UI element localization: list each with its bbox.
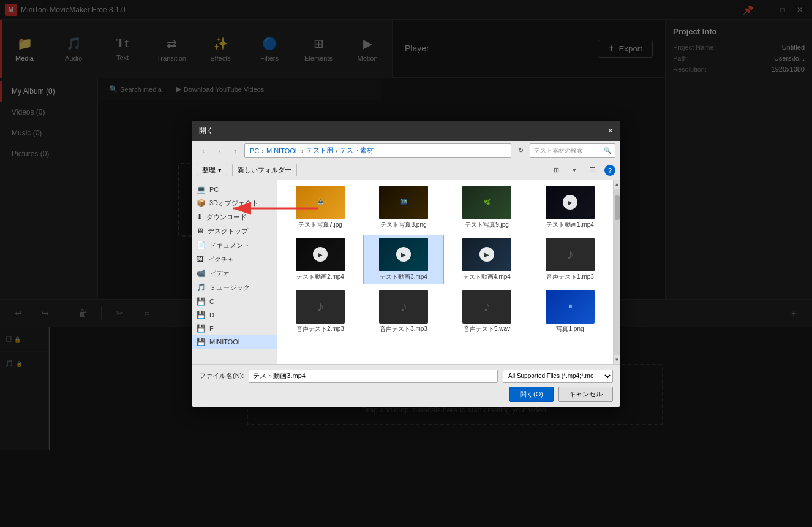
f-label: F — [209, 325, 214, 332]
sidebar-pc[interactable]: 💻 PC — [192, 183, 277, 196]
play-circle-1: ▶ — [563, 195, 577, 210]
filename-label: ファイル名(N): — [199, 371, 244, 381]
dialog-toolbar: 整理 ▾ 新しいフォルダー ⊞ ▾ ☰ ? — [192, 161, 620, 180]
dialog-close-button[interactable]: × — [608, 126, 613, 135]
file-item-audio5[interactable]: ♪ 音声テスト5.wav — [446, 287, 527, 336]
sidebar-f[interactable]: 💾 F — [192, 322, 277, 335]
view-toggle[interactable]: ▾ — [568, 164, 581, 177]
download-icon: ⬇ — [197, 213, 203, 221]
view-large-icon[interactable]: ⊞ — [549, 164, 563, 177]
file-item-video1[interactable]: ▶ テスト動画1.mp4 — [530, 183, 611, 232]
nav-refresh-button[interactable]: ↻ — [514, 144, 527, 157]
sidebar-music[interactable]: 🎵 ミュージック — [192, 281, 277, 295]
play-circle-4: ▶ — [479, 247, 494, 262]
file-item-photo8[interactable]: 🌃 テスト写真8.png — [363, 183, 444, 232]
breadcrumb-bar: PC › MINITOOL › テスト用 › テスト素材 — [244, 143, 511, 158]
file-item-photo7[interactable]: 🏯 テスト写真7.jpg — [280, 183, 361, 232]
nav-back-button[interactable]: ‹ — [197, 144, 210, 157]
help-button[interactable]: ? — [604, 165, 615, 176]
sidebar-d[interactable]: 💾 D — [192, 308, 277, 322]
file-name-video2: テスト動画2.mp4 — [296, 273, 344, 281]
play-overlay-3: ▶ — [379, 238, 428, 271]
sidebar-documents[interactable]: 📄 ドキュメント — [192, 238, 277, 252]
nav-up-button[interactable]: ↑ — [228, 144, 242, 157]
play-overlay-4: ▶ — [462, 238, 511, 271]
dialog-sidebar: 💻 PC 📦 3Dオブジェクト ⬇ ダウンロード 🖥 デスクトップ 📄 — [192, 180, 277, 364]
file-item-video4[interactable]: ▶ テスト動画4.mp4 — [446, 235, 527, 284]
d-drive-icon: 💾 — [197, 311, 206, 319]
dialog-scrollbar[interactable]: ▲ ▼ — [613, 180, 620, 364]
cancel-button[interactable]: キャンセル — [558, 387, 613, 402]
audio-icon-5: ♪ — [483, 298, 491, 315]
scroll-up-arrow[interactable]: ▲ — [614, 180, 620, 188]
video-label: ビデオ — [209, 269, 230, 278]
sidebar-video[interactable]: 📹 ビデオ — [192, 267, 277, 281]
file-name-audio3: 音声テスト3.mp3 — [380, 325, 427, 333]
play-circle-3: ▶ — [396, 247, 411, 262]
file-thumb-video3: ▶ — [379, 238, 428, 271]
music-label: ミュージック — [209, 283, 250, 292]
file-dialog: 開く × ‹ › ↑ PC › MINITOOL › テスト用 › テスト素材 … — [192, 121, 620, 407]
file-item-video3[interactable]: ▶ テスト動画3.mp4 — [363, 235, 444, 284]
minitool-icon: 💾 — [197, 338, 206, 346]
new-folder-button[interactable]: 新しいフォルダー — [232, 164, 297, 176]
file-item-video2[interactable]: ▶ テスト動画2.mp4 — [280, 235, 361, 284]
d-label: D — [209, 311, 214, 319]
sidebar-desktop[interactable]: 🖥 デスクトップ — [192, 224, 277, 238]
file-item-audio2[interactable]: ♪ 音声テスト2.mp3 — [280, 287, 361, 336]
sidebar-minitool[interactable]: 💾 MINITOOL — [192, 335, 277, 349]
scroll-down-arrow[interactable]: ▼ — [614, 356, 620, 364]
pc-icon: 💻 — [197, 185, 206, 194]
desktop-icon: 🖥 — [197, 227, 204, 235]
breadcrumb-pc[interactable]: PC — [250, 147, 259, 154]
file-name-video4: テスト動画4.mp4 — [463, 273, 511, 281]
c-label: C — [209, 298, 214, 305]
file-thumb-video4: ▶ — [462, 238, 511, 271]
file-item-photo9[interactable]: 🌿 テスト写真9.jpg — [446, 183, 527, 232]
file-item-audio3[interactable]: ♪ 音声テスト3.mp3 — [363, 287, 444, 336]
dialog-search-box[interactable]: テスト素材の検索 🔍 — [530, 143, 615, 158]
file-name-audio1: 音声テスト1.mp3 — [546, 273, 594, 281]
file-thumb-video1: ▶ — [546, 186, 595, 219]
filetype-select[interactable]: All Supported Files (*.mp4;*.mo — [503, 370, 613, 383]
filename-input[interactable] — [249, 370, 498, 383]
pictures-icon: 🖼 — [197, 255, 204, 264]
file-thumb-photo1: 🖥 — [546, 290, 595, 324]
play-overlay-1: ▶ — [546, 186, 595, 219]
open-button[interactable]: 開く(O) — [509, 387, 554, 402]
breadcrumb-minitool[interactable]: MINITOOL — [266, 147, 299, 154]
file-name-video3: テスト動画3.mp4 — [380, 273, 427, 281]
breadcrumb-tesuto[interactable]: テスト用 — [306, 146, 333, 155]
pc-label: PC — [209, 186, 219, 193]
file-thumb-audio1: ♪ — [546, 238, 595, 271]
file-name-photo8: テスト写真8.png — [380, 221, 426, 229]
file-thumb-audio5: ♪ — [462, 290, 511, 324]
sidebar-download[interactable]: ⬇ ダウンロード — [192, 210, 277, 224]
dialog-search-text: テスト素材の検索 — [534, 146, 583, 155]
audio-icon-1: ♪ — [566, 246, 574, 263]
sidebar-c[interactable]: 💾 C — [192, 295, 277, 308]
view-details[interactable]: ☰ — [586, 164, 600, 177]
f-drive-icon: 💾 — [197, 324, 206, 333]
nav-forward-button[interactable]: › — [212, 144, 226, 157]
3d-icon: 📦 — [197, 199, 206, 207]
file-item-photo1[interactable]: 🖥 写真1.png — [530, 287, 611, 336]
scroll-thumb[interactable] — [615, 195, 620, 220]
breadcrumb-sozai[interactable]: テスト素材 — [340, 146, 374, 155]
sidebar-3d[interactable]: 📦 3Dオブジェクト — [192, 196, 277, 210]
search-icon: 🔍 — [604, 147, 611, 154]
file-thumb-video2: ▶ — [296, 238, 345, 271]
file-item-audio1[interactable]: ♪ 音声テスト1.mp3 — [530, 235, 611, 284]
file-thumb-photo9: 🌿 — [462, 186, 511, 219]
desktop-label: デスクトップ — [208, 227, 248, 236]
3d-label: 3Dオブジェクト — [209, 199, 258, 208]
file-thumb-audio2: ♪ — [296, 290, 345, 324]
dialog-titlebar: 開く × — [192, 121, 620, 141]
c-drive-icon: 💾 — [197, 297, 206, 306]
dialog-footer: ファイル名(N): All Supported Files (*.mp4;*.m… — [192, 364, 620, 407]
dialog-overlay: 開く × ‹ › ↑ PC › MINITOOL › テスト用 › テスト素材 … — [0, 0, 812, 527]
sidebar-pictures[interactable]: 🖼 ピクチャ — [192, 252, 277, 267]
organize-button[interactable]: 整理 ▾ — [197, 164, 227, 176]
pictures-label: ピクチャ — [208, 255, 235, 264]
scroll-track[interactable] — [614, 189, 620, 355]
